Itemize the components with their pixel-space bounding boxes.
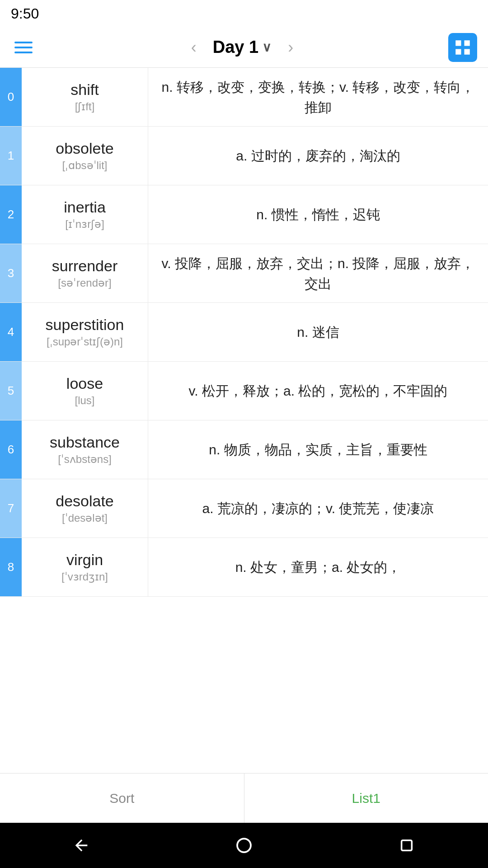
- tab-sort[interactable]: Sort: [0, 774, 244, 823]
- word-english-col: shift [ʃɪft]: [22, 68, 148, 126]
- word-english-col: substance [ˈsʌbstəns]: [22, 420, 148, 479]
- hamburger-line-2: [14, 47, 33, 48]
- hamburger-menu[interactable]: [11, 38, 36, 57]
- tab-list1[interactable]: List1: [244, 774, 488, 823]
- svg-rect-6: [455, 40, 461, 46]
- hamburger-line-1: [14, 42, 33, 43]
- bottom-tabs: Sort List1: [0, 773, 488, 823]
- day-title: Day 1: [213, 38, 258, 57]
- home-icon: [236, 837, 252, 854]
- word-index: 8: [0, 538, 22, 596]
- word-phonetic: [səˈrendər]: [58, 277, 111, 289]
- word-index: 2: [0, 185, 22, 244]
- status-bar: 9:50: [0, 0, 488, 27]
- back-icon: [72, 836, 90, 854]
- word-list: 0 shift [ʃɪft] n. 转移，改变，变换，转换；v. 转移，改变，转…: [0, 68, 488, 773]
- recents-icon: [399, 838, 414, 853]
- word-english-col: loose [lus]: [22, 362, 148, 420]
- word-index: 6: [0, 420, 22, 479]
- word-english-col: desolate [ˈdesələt]: [22, 479, 148, 538]
- home-button[interactable]: [230, 832, 258, 859]
- word-phonetic: [lus]: [75, 394, 94, 407]
- word-definition: v. 松开，释放；a. 松的，宽松的，不牢固的: [148, 362, 488, 420]
- day-selector[interactable]: Day 1 ∨: [213, 38, 272, 57]
- android-nav-bar: [0, 823, 488, 868]
- recents-button[interactable]: [393, 832, 420, 859]
- table-row[interactable]: 3 surrender [səˈrendər] v. 投降，屈服，放弃，交出；n…: [0, 244, 488, 303]
- word-index: 7: [0, 479, 22, 538]
- word-index: 0: [0, 68, 22, 126]
- word-english-col: superstition [ˌsupərˈstɪʃ(ə)n]: [22, 303, 148, 361]
- word-phonetic: [ˌɑbsəˈlit]: [62, 159, 107, 172]
- table-row[interactable]: 0 shift [ʃɪft] n. 转移，改变，变换，转换；v. 转移，改变，转…: [0, 68, 488, 127]
- word-index: 3: [0, 244, 22, 302]
- table-row[interactable]: 5 loose [lus] v. 松开，释放；a. 松的，宽松的，不牢固的: [0, 362, 488, 420]
- tab-sort-label: Sort: [109, 791, 134, 806]
- word-definition: a. 荒凉的，凄凉的；v. 使荒芜，使凄凉: [148, 479, 488, 538]
- word-definition: v. 投降，屈服，放弃，交出；n. 投降，屈服，放弃，交出: [148, 244, 488, 302]
- table-row[interactable]: 8 virgin [ˈvɜrdʒɪn] n. 处女，童男；a. 处女的，: [0, 538, 488, 597]
- word-english-col: inertia [ɪˈnɜrʃə]: [22, 185, 148, 244]
- word-phonetic: [ˈdesələt]: [62, 512, 108, 524]
- top-nav: ‹ Day 1 ∨ ›: [0, 27, 488, 68]
- word-definition: n. 处女，童男；a. 处女的，: [148, 538, 488, 596]
- word-definition: n. 惯性，惰性，迟钝: [148, 185, 488, 244]
- svg-point-10: [237, 839, 251, 852]
- word-definition: n. 转移，改变，变换，转换；v. 转移，改变，转向，推卸: [148, 68, 488, 126]
- table-row[interactable]: 1 obsolete [ˌɑbsəˈlit] a. 过时的，废弃的，淘汰的: [0, 127, 488, 185]
- word-english-col: surrender [səˈrendər]: [22, 244, 148, 302]
- svg-rect-11: [402, 840, 412, 851]
- svg-rect-7: [465, 40, 470, 46]
- word-index: 5: [0, 362, 22, 420]
- word-english: loose: [66, 375, 103, 392]
- svg-rect-9: [465, 49, 470, 54]
- word-english-col: obsolete [ˌɑbsəˈlit]: [22, 127, 148, 185]
- word-definition: n. 迷信: [148, 303, 488, 361]
- nav-center: ‹ Day 1 ∨ ›: [184, 34, 300, 61]
- word-index: 1: [0, 127, 22, 185]
- word-english: surrender: [52, 257, 118, 275]
- next-day-button[interactable]: ›: [281, 34, 300, 61]
- table-row[interactable]: 6 substance [ˈsʌbstəns] n. 物质，物品，实质，主旨，重…: [0, 420, 488, 479]
- table-row[interactable]: 4 superstition [ˌsupərˈstɪʃ(ə)n] n. 迷信: [0, 303, 488, 362]
- word-definition: n. 物质，物品，实质，主旨，重要性: [148, 420, 488, 479]
- tab-list1-label: List1: [352, 791, 380, 806]
- word-english: obsolete: [56, 140, 114, 157]
- word-english: desolate: [56, 492, 114, 510]
- chevron-down-icon: ∨: [262, 40, 272, 55]
- word-phonetic: [ʃɪft]: [75, 100, 95, 113]
- grid-icon: [453, 38, 472, 57]
- status-time: 9:50: [11, 5, 39, 22]
- word-phonetic: [ˈsʌbstəns]: [58, 453, 112, 466]
- word-definition: a. 过时的，废弃的，淘汰的: [148, 127, 488, 185]
- word-english: shift: [70, 81, 99, 99]
- word-phonetic: [ˌsupərˈstɪʃ(ə)n]: [47, 335, 123, 348]
- word-english: substance: [50, 434, 120, 451]
- word-phonetic: [ɪˈnɜrʃə]: [65, 218, 104, 231]
- grid-view-button[interactable]: [448, 33, 477, 62]
- hamburger-line-3: [14, 52, 33, 53]
- back-button[interactable]: [68, 832, 95, 859]
- svg-rect-8: [455, 49, 461, 54]
- word-english: superstition: [46, 316, 124, 334]
- prev-day-button[interactable]: ‹: [184, 34, 204, 61]
- word-english-col: virgin [ˈvɜrdʒɪn]: [22, 538, 148, 596]
- word-english: virgin: [66, 551, 103, 569]
- word-index: 4: [0, 303, 22, 361]
- word-english: inertia: [64, 198, 106, 216]
- word-phonetic: [ˈvɜrdʒɪn]: [61, 571, 108, 583]
- table-row[interactable]: 2 inertia [ɪˈnɜrʃə] n. 惯性，惰性，迟钝: [0, 185, 488, 244]
- table-row[interactable]: 7 desolate [ˈdesələt] a. 荒凉的，凄凉的；v. 使荒芜，…: [0, 479, 488, 538]
